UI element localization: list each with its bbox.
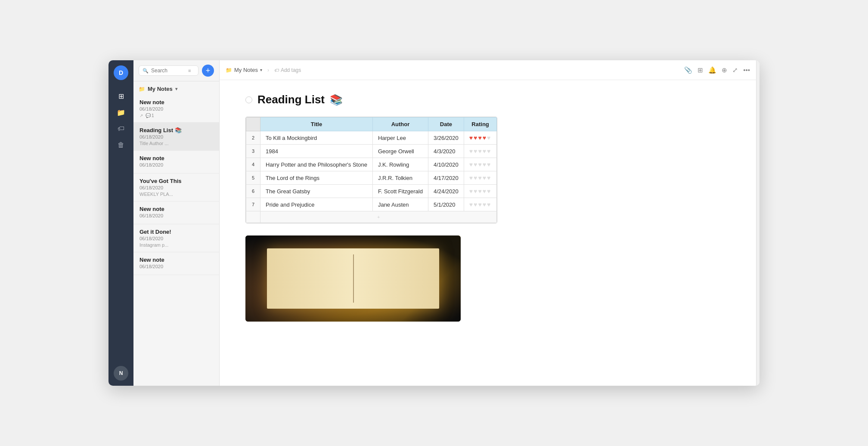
col-header-date: Date	[428, 118, 464, 131]
notes-list: New note 06/18/2020 ↗ 💬 1 Reading List 📚…	[133, 95, 219, 386]
cell-rating: ♥♥♥♥♥	[464, 131, 497, 145]
cell-date: 4/24/2020	[428, 185, 464, 198]
note-title: New note	[140, 257, 213, 263]
rating-empty: ♥♥♥♥♥	[469, 174, 492, 181]
rating-empty: ♥♥♥♥♥	[469, 161, 492, 168]
toolbar-folder: 📁 My Notes ▾	[226, 67, 262, 73]
cell-date: 4/3/2020	[428, 145, 464, 158]
search-input[interactable]	[151, 68, 186, 74]
list-item[interactable]: Get it Done! 06/18/2020 Instagram p...	[133, 224, 219, 252]
list-item[interactable]: You've Got This 06/18/2020 WEEKLY PLA...	[133, 173, 219, 201]
expand-icon[interactable]: ⤢	[732, 66, 738, 74]
cell-title: The Great Gatsby	[260, 185, 373, 198]
table-row[interactable]: 6 The Great Gatsby F. Scott Fitzgerald 4…	[246, 185, 497, 198]
table-row[interactable]: 2 To Kill a Mockingbird Harper Lee 3/26/…	[246, 131, 497, 145]
row-num: 7	[246, 198, 260, 211]
cell-rating: ♥♥♥♥♥	[464, 185, 497, 198]
table-row[interactable]: 5 The Lord of the Rings J.R.R. Tolkien 4…	[246, 171, 497, 185]
note-preview: Instagram p...	[140, 242, 213, 248]
note-checkbox[interactable]	[245, 96, 252, 103]
add-tags-button[interactable]: 🏷 Add tags	[274, 67, 301, 73]
list-item[interactable]: Reading List 📚 06/18/2020 Title Author .…	[133, 123, 219, 151]
cell-title: Pride and Prejudice	[260, 198, 373, 211]
row-num: 2	[246, 131, 260, 145]
note-area: Reading List 📚 Title Author Date Rating	[220, 80, 756, 386]
new-note-button[interactable]: +	[202, 65, 214, 77]
book-spine	[353, 254, 354, 303]
table-row[interactable]: 4 Harry Potter and the Philosopher's Sto…	[246, 158, 497, 171]
note-date: 06/18/2020	[140, 236, 213, 241]
filter-icon[interactable]: ≡	[188, 68, 191, 73]
toolbar-folder-icon: 📁	[226, 67, 232, 73]
note-title: Get it Done!	[140, 229, 213, 235]
list-item[interactable]: New note 06/18/2020	[133, 252, 219, 275]
folder-icon[interactable]: 📁	[114, 105, 128, 120]
content-toolbar: 📁 My Notes ▾ › 🏷 Add tags 📎 ⊞ 🔔 ⊕ ⤢ •••	[220, 60, 756, 80]
tag-small-icon: 🏷	[274, 68, 279, 73]
rating-hearts: ♥♥♥♥	[469, 134, 487, 141]
add-row-cell[interactable]: +	[260, 211, 497, 223]
folder-label-row: 📁 My Notes ▾	[133, 81, 219, 95]
note-title: New note	[140, 155, 213, 161]
icon-rail: D ⊞ 📁 🏷 🗑 N	[108, 60, 133, 386]
notes-panel-header: 🔍 ≡ +	[133, 60, 219, 81]
cell-date: 4/10/2020	[428, 158, 464, 171]
row-num-empty	[246, 211, 260, 223]
book-open	[267, 248, 439, 309]
cell-date: 5/1/2020	[428, 198, 464, 211]
trash-icon[interactable]: 🗑	[114, 138, 128, 152]
rating-empty: ♥	[487, 134, 491, 141]
share-icon[interactable]: ⊕	[722, 66, 727, 74]
note-title-emoji: 📚	[330, 94, 343, 106]
cell-title: Harry Potter and the Philosopher's Stone	[260, 158, 373, 171]
notes-panel: 🔍 ≡ + 📁 My Notes ▾ New note 06/18/2020 ↗…	[133, 60, 220, 386]
note-date: 06/18/2020	[140, 106, 213, 111]
col-header-rating: Rating	[464, 118, 497, 131]
search-box[interactable]: 🔍 ≡	[139, 65, 198, 76]
note-icons: ↗ 💬 1	[140, 113, 213, 118]
row-num: 5	[246, 171, 260, 185]
user-avatar[interactable]: D	[114, 65, 128, 80]
note-title-row: Reading List 📚	[245, 93, 730, 106]
share-icon: ↗	[140, 113, 143, 118]
list-item[interactable]: New note 06/18/2020	[133, 201, 219, 224]
attachment-icon[interactable]: 📎	[684, 66, 692, 74]
note-title: You've Got This	[140, 178, 213, 184]
bottom-avatar[interactable]: N	[114, 366, 128, 381]
search-icon: 🔍	[143, 68, 149, 74]
cell-rating: ♥♥♥♥♥	[464, 145, 497, 158]
table-add-row[interactable]: +	[246, 211, 497, 223]
right-scrollbar[interactable]	[756, 60, 760, 386]
rating-empty: ♥♥♥♥♥	[469, 148, 492, 155]
notification-icon[interactable]: 🔔	[708, 66, 716, 74]
col-header-author: Author	[372, 118, 428, 131]
col-header-title: Title	[260, 118, 373, 131]
view-toggle-icon[interactable]: ⊞	[698, 66, 703, 74]
toolbar-actions: 📎 ⊞ 🔔 ⊕ ⤢ •••	[684, 66, 750, 74]
chevron-down-icon[interactable]: ▾	[175, 87, 177, 91]
note-title: New note	[140, 99, 213, 105]
grid-icon[interactable]: ⊞	[114, 89, 128, 103]
folder-small-icon: 📁	[139, 86, 145, 92]
cell-author: Harper Lee	[372, 131, 428, 145]
note-date: 06/18/2020	[140, 213, 213, 218]
main-content: 📁 My Notes ▾ › 🏷 Add tags 📎 ⊞ 🔔 ⊕ ⤢ •••	[220, 60, 756, 386]
reading-table-wrapper: Title Author Date Rating 2 To Kill a Moc…	[245, 117, 497, 223]
tag-icon[interactable]: 🏷	[114, 121, 128, 136]
table-row[interactable]: 3 1984 George Orwell 4/3/2020 ♥♥♥♥♥	[246, 145, 497, 158]
cell-author: F. Scott Fitzgerald	[372, 185, 428, 198]
cell-rating: ♥♥♥♥♥	[464, 158, 497, 171]
list-item[interactable]: New note 06/18/2020	[133, 151, 219, 173]
folder-name-label: My Notes	[148, 86, 173, 92]
note-preview: Title Author ...	[140, 141, 213, 146]
list-item[interactable]: New note 06/18/2020 ↗ 💬 1	[133, 95, 219, 123]
cell-rating: ♥♥♥♥♥	[464, 171, 497, 185]
note-date: 06/18/2020	[140, 134, 213, 139]
add-tags-label: Add tags	[281, 67, 301, 73]
more-options-icon[interactable]: •••	[743, 66, 750, 74]
note-date: 06/18/2020	[140, 185, 213, 190]
row-num: 3	[246, 145, 260, 158]
toolbar-chevron-icon[interactable]: ▾	[260, 68, 262, 72]
app-window: D ⊞ 📁 🏷 🗑 N 🔍 ≡ + 📁 My Notes ▾ New note	[108, 60, 760, 386]
table-row[interactable]: 7 Pride and Prejudice Jane Austen 5/1/20…	[246, 198, 497, 211]
